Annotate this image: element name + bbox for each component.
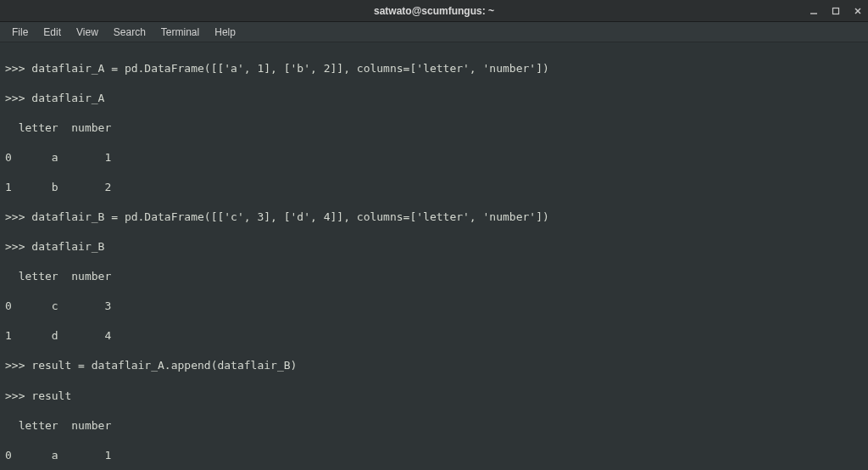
terminal-line: letter number — [5, 418, 863, 434]
menu-file[interactable]: File — [5, 24, 35, 41]
terminal-line: >>> dataflair_B — [5, 239, 863, 255]
terminal-line: 0 a 1 — [5, 448, 863, 463]
terminal-line: >>> dataflair_B = pd.DataFrame([['c', 3]… — [5, 210, 863, 225]
window-controls — [809, 6, 863, 16]
maximize-button[interactable] — [831, 6, 841, 16]
menu-edit[interactable]: Edit — [36, 24, 68, 41]
window-title: satwato@scumfungus: ~ — [374, 5, 494, 17]
menu-terminal[interactable]: Terminal — [154, 24, 206, 41]
terminal-output[interactable]: >>> dataflair_A = pd.DataFrame([['a', 1]… — [0, 42, 868, 470]
titlebar: satwato@scumfungus: ~ — [0, 0, 868, 22]
svg-rect-1 — [833, 8, 839, 14]
terminal-line: >>> result = dataflair_A.append(dataflai… — [5, 358, 863, 373]
terminal-line: >>> dataflair_A = pd.DataFrame([['a', 1]… — [5, 61, 863, 76]
terminal-line: letter number — [5, 120, 863, 136]
terminal-line: 0 c 3 — [5, 299, 863, 314]
terminal-line: >>> dataflair_A — [5, 91, 863, 106]
close-icon — [854, 7, 862, 15]
terminal-line: >>> result — [5, 389, 863, 404]
maximize-icon — [832, 7, 840, 15]
terminal-line: letter number — [5, 269, 863, 284]
terminal-line: 1 d 4 — [5, 328, 863, 344]
menu-search[interactable]: Search — [107, 24, 153, 41]
close-button[interactable] — [853, 6, 863, 16]
menu-help[interactable]: Help — [208, 24, 242, 41]
terminal-window: satwato@scumfungus: ~ File Edit View Sea… — [0, 0, 868, 470]
minimize-button[interactable] — [809, 6, 819, 16]
terminal-line: 0 a 1 — [5, 150, 863, 165]
menubar: File Edit View Search Terminal Help — [0, 22, 868, 42]
minimize-icon — [810, 7, 818, 15]
terminal-line: 1 b 2 — [5, 180, 863, 195]
menu-view[interactable]: View — [70, 24, 105, 41]
